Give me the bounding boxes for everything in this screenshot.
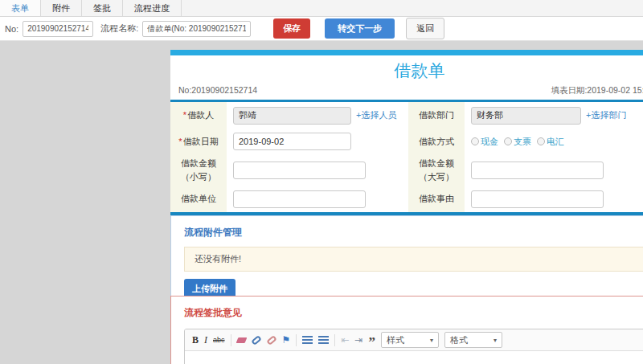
increase-indent-icon[interactable]: ⇥	[354, 334, 362, 346]
loan-form-panel: 借款单 No:20190902152714 填表日期:2019-09-02 15…	[170, 50, 643, 215]
numbered-list-icon[interactable]	[302, 336, 313, 345]
form-grid: *借款人 +选择人员 借款部门 +选择部门 *借款日期 借款方式	[170, 102, 643, 212]
flow-name-label: 流程名称:	[100, 22, 138, 35]
tab-bar: 表单 附件 签批 流程进度	[0, 0, 643, 17]
attachments-section-title: 流程附件管理	[171, 216, 643, 247]
page-background: 借款单 No:20190902152714 填表日期:2019-09-02 15…	[0, 41, 643, 364]
loan-method-label: 借款方式	[408, 129, 465, 154]
insert-link-icon[interactable]	[252, 337, 261, 343]
save-button[interactable]: 保存	[273, 18, 310, 39]
form-date-text: 填表日期:2019-09-02 15:27:1	[551, 85, 643, 96]
unlink-icon[interactable]	[267, 337, 276, 343]
loan-date-label: *借款日期	[170, 129, 227, 154]
loan-unit-label: 借款单位	[170, 186, 227, 212]
select-person-link[interactable]: +选择人员	[356, 109, 396, 121]
italic-icon[interactable]: I	[204, 334, 207, 346]
rich-text-editor: B I abc ⚑ ⇤ ⇥ ” 样式 ▾ 格式	[184, 329, 643, 364]
format-dropdown[interactable]: 格式 ▾	[444, 332, 502, 348]
radio-button-icon[interactable]	[537, 137, 545, 145]
toolbar-separator	[231, 334, 231, 346]
toolbar-separator	[296, 334, 297, 346]
borrower-input[interactable]	[233, 107, 351, 125]
action-bar: No: 流程名称: 保存 转交下一步 返回	[0, 17, 643, 41]
department-input[interactable]	[471, 107, 581, 125]
styles-dropdown[interactable]: 样式 ▾	[381, 332, 439, 348]
required-mark: *	[183, 110, 186, 120]
anchor-flag-icon[interactable]: ⚑	[282, 334, 291, 346]
decrease-indent-icon[interactable]: ⇤	[341, 334, 349, 346]
tab-progress[interactable]: 流程进度	[123, 0, 182, 16]
amount-uppercase-label: 借款金额（大写）	[408, 154, 465, 186]
borrower-label: *借款人	[170, 102, 227, 129]
bold-icon[interactable]: B	[192, 334, 199, 346]
editor-content-area[interactable]	[185, 351, 643, 364]
forward-next-step-button[interactable]: 转交下一步	[325, 18, 395, 39]
loan-reason-label: 借款事由	[408, 186, 465, 212]
toolbar-separator	[334, 334, 335, 346]
chevron-down-icon: ▾	[494, 337, 497, 344]
radio-button-icon[interactable]	[471, 137, 479, 145]
form-title: 借款单	[170, 55, 643, 84]
no-attachments-alert: 还没有附件!	[184, 247, 643, 272]
amount-uppercase-input[interactable]	[471, 162, 604, 179]
blockquote-icon[interactable]: ”	[368, 333, 375, 346]
loan-reason-input[interactable]	[471, 190, 604, 208]
loan-date-input[interactable]	[233, 133, 351, 150]
radio-cheque[interactable]: 支票	[504, 136, 531, 148]
radio-wire-transfer[interactable]: 电汇	[537, 136, 564, 148]
tab-form[interactable]: 表单	[0, 0, 41, 16]
radio-cash[interactable]: 现金	[471, 136, 498, 148]
remove-format-icon[interactable]	[237, 337, 246, 343]
approval-panel: 流程签批意见 B I abc ⚑ ⇤ ⇥ ” 样式 ▾	[170, 296, 643, 364]
no-label: No:	[5, 24, 18, 34]
department-label: 借款部门	[408, 102, 465, 129]
attachments-panel: 流程附件管理 还没有附件! 上传附件	[170, 215, 643, 307]
panel-top-accent-bar	[170, 50, 643, 55]
no-input[interactable]	[23, 21, 93, 37]
amount-lowercase-label: 借款金额（小写）	[170, 154, 227, 186]
flow-name-input[interactable]	[142, 21, 251, 37]
tab-approval[interactable]: 签批	[82, 0, 123, 16]
back-button[interactable]: 返回	[406, 18, 444, 39]
tab-attachments[interactable]: 附件	[41, 0, 82, 16]
required-mark: *	[178, 137, 182, 146]
radio-button-icon[interactable]	[504, 137, 512, 145]
bulleted-list-icon[interactable]	[318, 336, 329, 345]
select-department-link[interactable]: +选择部门	[586, 109, 626, 121]
form-no-text: No:20190902152714	[178, 85, 257, 96]
loan-unit-input[interactable]	[233, 190, 366, 208]
strikethrough-icon[interactable]: abc	[213, 336, 225, 344]
form-meta-row: No:20190902152714 填表日期:2019-09-02 15:27:…	[170, 84, 643, 100]
loan-method-radio-group: 现金 支票 电汇	[471, 136, 564, 148]
approval-section-title: 流程签批意见	[171, 297, 643, 327]
amount-lowercase-input[interactable]	[233, 162, 366, 179]
editor-toolbar: B I abc ⚑ ⇤ ⇥ ” 样式 ▾ 格式	[185, 329, 643, 351]
chevron-down-icon: ▾	[430, 337, 433, 344]
